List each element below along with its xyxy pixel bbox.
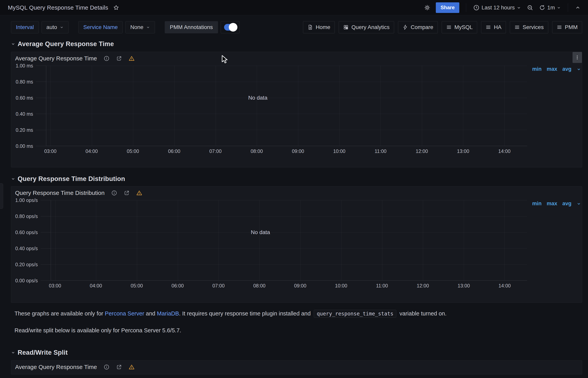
left-edge-handle[interactable] <box>0 183 3 209</box>
x-tick-label: 11:00 <box>375 148 387 154</box>
chevron-down-icon <box>146 25 150 29</box>
time-series-chart[interactable]: 1.00 ops/s0.80 ops/s0.60 ops/s0.40 ops/s… <box>11 200 582 281</box>
section-header-query-response-time-distribution[interactable]: Query Response Time Distribution <box>11 175 582 183</box>
chevron-up-icon <box>575 5 581 10</box>
plot-area[interactable]: No data <box>51 200 527 281</box>
y-axis: 1.00 ms0.80 ms0.60 ms0.40 ms0.20 ms0.00 … <box>11 66 46 146</box>
y-tick-label: 0.40 ms <box>11 111 46 117</box>
list-icon <box>514 25 520 30</box>
legend-avg[interactable]: avg <box>562 201 572 207</box>
pmm-annotations-label: PMM Annotations <box>165 21 218 33</box>
panel-header[interactable]: Average Query Response Time <box>11 361 582 372</box>
panel-menu-kebab-button[interactable] <box>573 52 582 63</box>
panel-average-query-response-time-rw: Average Query Response Time <box>11 360 582 375</box>
mariadb-link[interactable]: MariaDB <box>157 310 179 317</box>
service-name-variable-value[interactable]: None <box>125 21 155 33</box>
y-tick-label: 0.80 ops/s <box>11 214 51 219</box>
nav-button-pmm[interactable]: PMM <box>552 21 582 33</box>
refresh-icon <box>539 4 545 11</box>
panel-header[interactable]: Query Response Time Distribution <box>11 187 582 197</box>
x-axis: 03:0004:0005:0006:0007:0008:0009:0010:00… <box>11 146 582 156</box>
favorite-star-icon[interactable] <box>113 5 119 11</box>
y-tick-label: 0.00 ops/s <box>11 278 51 284</box>
time-range-picker[interactable]: Last 12 hours <box>471 2 523 13</box>
variable-code-chip: query_response_time_stats <box>314 310 396 318</box>
info-icon[interactable] <box>104 364 110 370</box>
nav-button-compare[interactable]: Compare <box>398 21 438 33</box>
gear-icon <box>424 4 430 11</box>
dashboard-settings-button[interactable] <box>422 2 432 13</box>
legend-min[interactable]: min <box>532 66 542 72</box>
service-name-variable-label[interactable]: Service Name <box>78 21 123 33</box>
interval-variable-value[interactable]: auto <box>41 21 69 33</box>
chart-legend: min max avg <box>532 66 582 72</box>
chevron-down-icon <box>517 5 521 10</box>
panel-query-response-time-distribution: Query Response Time Distribution 1.00 op… <box>11 186 582 303</box>
y-tick-label: 1.00 ms <box>11 63 46 69</box>
legend-max[interactable]: max <box>547 201 557 207</box>
section-header-average-query-response-time[interactable]: Average Query Response Time <box>11 40 582 48</box>
refresh-interval-label: 1m <box>547 4 555 11</box>
external-link-icon[interactable] <box>116 55 122 61</box>
x-tick-label: 12:00 <box>416 148 428 154</box>
nav-button-home[interactable]: Home <box>303 21 335 33</box>
share-button[interactable]: Share <box>436 2 459 13</box>
zoom-out-time-button[interactable] <box>525 2 535 13</box>
interval-variable-label[interactable]: Interval <box>11 21 39 33</box>
legend-avg[interactable]: avg <box>562 66 572 72</box>
nav-button-query-analytics[interactable]: Query Analytics <box>339 21 394 33</box>
warning-icon[interactable] <box>129 364 135 370</box>
x-tick-label: 07:00 <box>212 283 225 289</box>
nav-button-mysql[interactable]: MySQL <box>442 21 477 33</box>
external-link-icon[interactable] <box>124 190 130 196</box>
collapse-topbar-button[interactable] <box>573 3 583 12</box>
y-tick-label: 0.00 ms <box>11 143 46 149</box>
y-tick-label: 0.60 ms <box>11 95 46 101</box>
legend-max[interactable]: max <box>547 66 557 72</box>
refresh-button[interactable]: 1m <box>537 2 563 13</box>
topbar-actions: Share Last 12 hours <box>422 2 583 13</box>
time-series-chart[interactable]: 1.00 ms0.80 ms0.60 ms0.40 ms0.20 ms0.00 … <box>11 66 582 146</box>
pmm-annotations-toggle[interactable] <box>221 21 240 33</box>
panel-title: Query Response Time Distribution <box>15 189 105 196</box>
x-tick-label: 09:00 <box>292 148 304 154</box>
x-tick-label: 13:00 <box>458 283 470 289</box>
dashboard-notes: These graphs are available only for Perc… <box>14 309 582 335</box>
warning-icon[interactable] <box>129 55 135 61</box>
x-tick-label: 06:00 <box>168 148 180 154</box>
warning-icon[interactable] <box>136 190 142 196</box>
x-tick-label: 03:00 <box>44 148 57 154</box>
x-tick-label: 08:00 <box>251 148 263 154</box>
panel-header[interactable]: Average Query Response Time <box>11 52 582 63</box>
x-tick-label: 04:00 <box>90 283 102 289</box>
x-tick-label: 03:00 <box>49 283 61 289</box>
dashboard-submenu: Interval auto Service Name None PMM Anno… <box>0 15 588 33</box>
topbar-divider <box>568 3 568 12</box>
plot-area[interactable]: No data <box>46 66 527 146</box>
percona-server-link[interactable]: Percona Server <box>105 310 144 317</box>
document-icon <box>307 25 313 30</box>
info-icon[interactable] <box>104 55 110 61</box>
chevron-down-icon[interactable] <box>577 202 581 206</box>
nav-button-ha[interactable]: HA <box>481 21 506 33</box>
x-tick-label: 09:00 <box>294 283 307 289</box>
x-tick-label: 07:00 <box>209 148 222 154</box>
chevron-down-icon <box>11 350 15 355</box>
legend-min[interactable]: min <box>532 201 542 207</box>
y-tick-label: 0.20 ops/s <box>11 262 51 268</box>
external-link-icon[interactable] <box>116 364 122 370</box>
note-line-2: Read/write split below is available only… <box>14 326 582 335</box>
panel-title: Average Query Response Time <box>15 364 97 370</box>
x-tick-label: 14:00 <box>498 148 511 154</box>
top-navigation-bar: MySQL Query Response Time Details Share … <box>0 0 588 15</box>
x-tick-label: 13:00 <box>457 148 469 154</box>
chart-legend: min max avg <box>532 201 582 207</box>
x-tick-label: 12:00 <box>417 283 429 289</box>
topbar-divider <box>466 3 466 12</box>
info-icon[interactable] <box>111 190 117 196</box>
chevron-down-icon[interactable] <box>577 67 581 71</box>
zoom-out-icon <box>527 4 533 11</box>
x-tick-label: 08:00 <box>253 283 266 289</box>
section-header-read-write-split[interactable]: Read/Write Split <box>11 349 582 356</box>
nav-button-services[interactable]: Services <box>510 21 548 33</box>
